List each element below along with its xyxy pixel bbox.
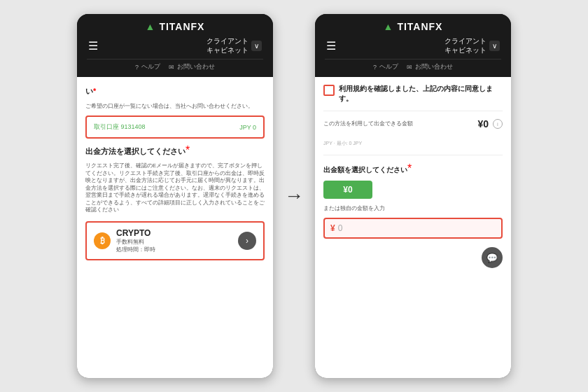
right-help-label: ヘルプ <box>379 62 398 71</box>
left-phone: ▲ TITANFX ☰ クライアントキャビネット ∨ ? ヘルプ ✉ お問 <box>77 14 273 378</box>
account-id: 取引口座 9131408 <box>94 122 146 132</box>
logo-row: ▲ TITANFX <box>87 21 263 32</box>
select-amount-title: 出金額を選択してください <box>323 166 407 174</box>
nav-row: ☰ クライアントキャビネット ∨ <box>87 36 263 55</box>
crypto-name: CRYPTO <box>116 228 155 238</box>
agree-checkbox[interactable] <box>323 85 335 96</box>
right-hamburger-icon[interactable]: ☰ <box>326 39 336 52</box>
amount-available-row: この方法を利用して出金できる金額 ¥0 i <box>323 118 503 130</box>
right-header: ▲ TITANFX ☰ クライアントキャビネット ∨ ? ヘルプ ✉ お問い合わ… <box>315 14 511 77</box>
divider2 <box>323 155 503 155</box>
right-contact-label: お問い合わせ <box>415 62 453 71</box>
left-content: い* ご希望の口座が一覧にない場合は、当社へお問い合わせください。 取引口座 9… <box>77 77 273 378</box>
nav-dropdown[interactable]: クライアントキャビネット ∨ <box>206 36 262 55</box>
dropdown-arrow-icon: ∨ <box>251 41 262 51</box>
help-icon: ? <box>135 64 139 71</box>
right-phone: ▲ TITANFX ☰ クライアントキャビネット ∨ ? ヘルプ ✉ お問い合わ… <box>315 14 511 378</box>
right-nav-row: ☰ クライアントキャビネット ∨ <box>325 36 501 55</box>
crypto-fee: 手数料無料 <box>116 238 155 246</box>
contact-label: お問い合わせ <box>177 62 215 71</box>
or-label: または独自の金額を入力 <box>323 204 503 212</box>
custom-amount-input[interactable]: ¥ 0 <box>323 218 503 239</box>
right-nav-dropdown[interactable]: クライアントキャビネット ∨ <box>444 36 500 55</box>
brand-name: TITANFX <box>159 21 204 32</box>
crypto-left: ₿ CRYPTO 手数料無料 処理時間：即時 <box>94 228 155 253</box>
bitcoin-icon: ₿ <box>94 232 111 249</box>
select-title-row: 出金額を選択してください* <box>323 162 503 175</box>
chat-fab[interactable]: 💬 <box>482 247 503 268</box>
withdrawal-title-row: 出金方法を選択してください* <box>85 144 265 157</box>
account-box[interactable]: 取引口座 9131408 JPY 0 <box>85 115 265 139</box>
custom-amount-value: 0 <box>338 223 496 233</box>
hamburger-icon[interactable]: ☰ <box>88 39 98 52</box>
available-sub: JPY · 最小: 0 JPY <box>323 135 503 148</box>
titan-icon: ▲ <box>146 21 155 32</box>
preset-amount-button[interactable]: ¥0 <box>323 181 372 199</box>
right-contact-link[interactable]: ✉ お問い合わせ <box>407 62 453 71</box>
right-titan-icon: ▲ <box>384 21 393 32</box>
left-header: ▲ TITANFX ☰ クライアントキャビネット ∨ ? ヘルプ ✉ お問 <box>77 14 273 77</box>
right-dropdown-arrow: ∨ <box>489 41 500 51</box>
right-logo-row: ▲ TITANFX <box>325 21 501 32</box>
info-icon[interactable]: i <box>493 119 503 129</box>
right-contact-icon: ✉ <box>407 64 412 71</box>
main-container: ▲ TITANFX ☰ クライアントキャビネット ∨ ? ヘルプ ✉ お問 <box>0 0 588 392</box>
agree-text: 利用規約を確認しました、上記の内容に同意します。 <box>339 84 503 104</box>
agree-row: 利用規約を確認しました、上記の内容に同意します。 <box>323 84 503 104</box>
crypto-box[interactable]: ₿ CRYPTO 手数料無料 処理時間：即時 › <box>85 221 265 260</box>
right-help-row: ? ヘルプ ✉ お問い合わせ <box>325 59 501 73</box>
help-label: ヘルプ <box>141 62 160 71</box>
right-help-link[interactable]: ? ヘルプ <box>373 62 398 71</box>
amount-value: ¥0 i <box>477 118 503 130</box>
crypto-select-icon[interactable]: › <box>238 232 256 250</box>
contact-link[interactable]: ✉ お問い合わせ <box>169 62 215 71</box>
partial-title: い* <box>85 84 265 97</box>
account-desc: ご希望の口座が一覧にない場合は、当社へお問い合わせください。 <box>85 102 265 110</box>
nav-label: クライアントキャビネット <box>206 36 248 55</box>
contact-icon: ✉ <box>169 64 174 71</box>
right-brand-name: TITANFX <box>397 21 442 32</box>
account-balance: JPY 0 <box>239 124 256 131</box>
right-content: 利用規約を確認しました、上記の内容に同意します。 この方法を利用して出金できる金… <box>315 77 511 378</box>
help-link[interactable]: ? ヘルプ <box>135 62 160 71</box>
crypto-info: CRYPTO 手数料無料 処理時間：即時 <box>116 228 155 253</box>
divider <box>323 111 503 111</box>
available-amount: ¥0 <box>477 118 489 130</box>
right-help-icon: ? <box>373 64 377 71</box>
arrow-divider: → <box>273 185 315 207</box>
amount-available-label: この方法を利用して出金できる金額 <box>323 120 413 127</box>
withdrawal-desc: リクエスト完了後、確認のEメールが届きますので、完了ボタンを押してください。リク… <box>85 162 265 214</box>
right-nav-label: クライアントキャビネット <box>444 36 486 55</box>
crypto-time: 処理時間：即時 <box>116 246 155 253</box>
help-row: ? ヘルプ ✉ お問い合わせ <box>87 59 263 73</box>
yen-symbol: ¥ <box>330 223 335 233</box>
